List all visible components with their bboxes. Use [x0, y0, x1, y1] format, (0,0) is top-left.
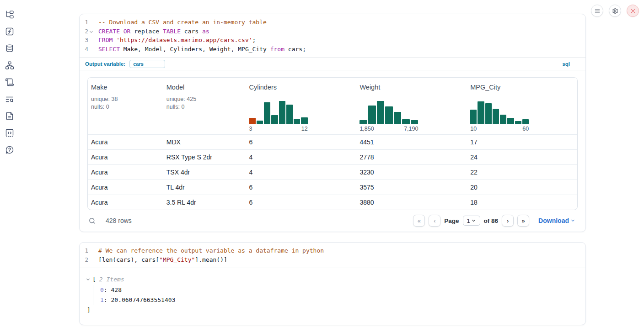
- python-code-editor[interactable]: 1# We can reference the output variable …: [80, 243, 585, 268]
- table-cell: RSX Type S 2dr: [163, 153, 246, 161]
- page-select-value: 1: [467, 217, 470, 224]
- column-label: MPG_City: [470, 84, 574, 91]
- line-number: 4: [80, 45, 94, 54]
- column-header[interactable]: Weight1,8507,190: [356, 78, 467, 134]
- code-line[interactable]: 1# We can reference the output variable …: [80, 246, 585, 255]
- column-header[interactable]: MPG_City1060: [467, 78, 577, 134]
- column-histogram: 1,8507,190: [360, 100, 418, 134]
- sql-cell: 1-- Download a CSV and create an in-memo…: [79, 14, 586, 232]
- first-page-button[interactable]: «: [413, 215, 425, 227]
- list-entry: 0: 428: [100, 285, 578, 295]
- table-cell: 6: [246, 138, 357, 146]
- hist-bar: [515, 121, 521, 124]
- database-icon[interactable]: [5, 43, 15, 53]
- topbar-actions: [591, 5, 639, 17]
- help-bubble-icon[interactable]: [5, 145, 15, 154]
- hist-bar: [279, 101, 285, 124]
- hist-bar: [368, 106, 376, 124]
- bracket-close: ]: [87, 305, 578, 315]
- row-count: 428 rows: [106, 217, 132, 224]
- shutdown-close-icon[interactable]: [627, 5, 639, 17]
- function-square-icon[interactable]: [5, 26, 15, 36]
- documentation-icon[interactable]: [5, 111, 15, 121]
- hist-bar: [301, 117, 307, 124]
- line-number: 2: [80, 255, 94, 264]
- hist-bar: [249, 118, 256, 124]
- table-cell: 3230: [356, 169, 467, 176]
- hist-bar: [507, 118, 514, 124]
- table-row[interactable]: AcuraMDX6445117: [88, 134, 577, 149]
- last-page-button[interactable]: »: [517, 215, 529, 227]
- output-variable-row: Output variable: cars sql: [80, 57, 585, 70]
- entry-index: 1: [100, 296, 104, 303]
- sql-code-editor[interactable]: 1-- Download a CSV and create an in-memo…: [80, 14, 585, 57]
- table-cell: 4: [246, 169, 357, 176]
- table-cell: 3575: [356, 184, 467, 191]
- download-button[interactable]: Download: [538, 217, 574, 224]
- scratchpad-scroll-icon[interactable]: [5, 77, 15, 87]
- python-cell: 1# We can reference the output variable …: [79, 242, 586, 325]
- hist-bar: [294, 119, 300, 124]
- table-cell: 20: [467, 184, 577, 191]
- table-cell: Acura: [88, 184, 163, 191]
- code-line[interactable]: 1-- Download a CSV and create an in-memo…: [80, 18, 585, 27]
- hist-min: 10: [470, 126, 477, 132]
- code-line[interactable]: 2CREATE OR replace TABLE cars as: [80, 27, 585, 36]
- code-line[interactable]: 2[len(cars), cars["MPG_City"].mean()]: [80, 255, 585, 264]
- search-icon[interactable]: [88, 217, 96, 225]
- table-cell: 3880: [356, 199, 467, 206]
- hist-bar: [493, 109, 499, 124]
- cell-output-area: Makeunique: 38nulls: 0Modelunique: 425nu…: [80, 70, 585, 231]
- helper-sidebar: [5, 10, 15, 154]
- page-select[interactable]: 1: [463, 216, 480, 226]
- table-cell: 2778: [356, 153, 467, 161]
- logs-search-icon[interactable]: [5, 94, 15, 104]
- table-cell: Acura: [88, 169, 163, 176]
- hist-bar: [257, 121, 263, 124]
- column-histogram: 312: [249, 100, 308, 134]
- hist-bar: [271, 115, 278, 124]
- previous-page-button[interactable]: ‹: [429, 215, 440, 227]
- table-cell: 4: [246, 153, 357, 161]
- collapse-caret-icon[interactable]: [87, 279, 92, 280]
- file-tree-icon[interactable]: [5, 10, 15, 19]
- hist-max: 7,190: [404, 126, 418, 132]
- entry-index: 0: [100, 286, 104, 293]
- column-stat: unique: 38: [91, 95, 160, 103]
- table-footer: 428 rows « ‹ Page 1 of 86 › » Download: [87, 210, 578, 231]
- hist-bar: [478, 101, 484, 124]
- table-cell: Acura: [88, 199, 163, 206]
- table-cell: TL 4dr: [163, 184, 246, 191]
- column-header[interactable]: Modelunique: 425nulls: 0: [163, 78, 246, 134]
- fold-caret-icon[interactable]: [90, 30, 93, 33]
- entry-value: 20.060747663551403: [111, 296, 175, 303]
- settings-gear-icon[interactable]: [609, 5, 621, 17]
- hist-bar: [394, 112, 402, 124]
- table-row[interactable]: AcuraTSX 4dr4323022: [88, 164, 577, 180]
- hist-bar: [264, 102, 270, 124]
- snippets-code-icon[interactable]: [5, 128, 15, 137]
- column-header[interactable]: Cylinders312: [246, 78, 357, 134]
- output-variable-input[interactable]: cars: [129, 60, 165, 68]
- table-cell: MDX: [163, 138, 246, 146]
- column-histogram: 1060: [470, 100, 529, 134]
- hist-bar: [470, 110, 477, 124]
- column-label: Weight: [360, 84, 463, 91]
- table-cell: 3.5 RL 4dr: [163, 199, 246, 206]
- table-row[interactable]: Acura3.5 RL 4dr6388018: [88, 195, 577, 210]
- bracket-open: [: [92, 275, 96, 285]
- table-row[interactable]: AcuraRSX Type S 2dr4277824: [88, 149, 577, 164]
- entry-value: 428: [111, 286, 121, 293]
- table-cell: Acura: [88, 153, 163, 161]
- menu-icon[interactable]: [591, 5, 603, 17]
- code-line[interactable]: 3FROM 'https://datasets.marimo.app/cars.…: [80, 36, 585, 45]
- table-cell: 17: [467, 138, 577, 146]
- column-header[interactable]: Makeunique: 38nulls: 0: [88, 78, 163, 134]
- dependency-graph-icon[interactable]: [5, 60, 15, 70]
- next-page-button[interactable]: ›: [502, 215, 514, 227]
- page-label: Page: [444, 217, 459, 224]
- column-stat: unique: 425: [166, 95, 242, 103]
- table-row[interactable]: AcuraTL 4dr6357520: [88, 180, 577, 195]
- code-line[interactable]: 4SELECT Make, Model, Cylinders, Weight, …: [80, 45, 585, 54]
- list-output: [ 2 Items 0: 4281: 20.060747663551403 ]: [80, 268, 585, 321]
